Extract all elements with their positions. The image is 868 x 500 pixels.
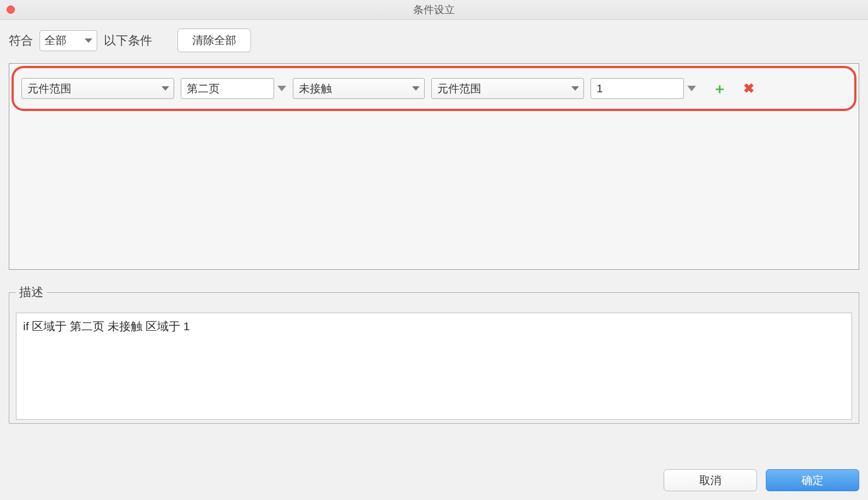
chevron-down-icon bbox=[571, 86, 579, 91]
window-title: 条件设立 bbox=[413, 3, 455, 17]
condition-field-2-input[interactable] bbox=[181, 78, 274, 99]
condition-field-4-value: 元件范围 bbox=[437, 81, 481, 96]
description-fieldset: 描述 if 区域于 第二页 未接触 区域于 1 bbox=[9, 284, 859, 424]
description-label: 描述 bbox=[16, 284, 47, 301]
clear-all-button[interactable]: 清除全部 bbox=[177, 29, 251, 52]
condition-field-2-combo bbox=[181, 78, 286, 99]
condition-row: 元件范围 未接触 元件范围 ＋ ✖ bbox=[12, 66, 856, 111]
ok-button[interactable]: 确定 bbox=[766, 469, 859, 491]
condition-field-1-dropdown[interactable]: 元件范围 bbox=[21, 78, 174, 99]
remove-condition-icon[interactable]: ✖ bbox=[743, 81, 754, 96]
add-condition-icon[interactable]: ＋ bbox=[713, 79, 727, 98]
match-label: 符合 bbox=[9, 32, 33, 49]
cancel-button[interactable]: 取消 bbox=[664, 469, 757, 491]
match-row: 符合 全部 以下条件 清除全部 bbox=[9, 29, 859, 52]
match-mode-dropdown[interactable]: 全部 bbox=[40, 30, 97, 51]
condition-field-3-value: 未接触 bbox=[299, 81, 332, 96]
match-suffix-label: 以下条件 bbox=[104, 32, 152, 49]
window-close-button[interactable] bbox=[7, 5, 15, 14]
chevron-down-icon bbox=[162, 86, 169, 91]
chevron-down-icon bbox=[85, 38, 92, 43]
footer: 取消 确定 bbox=[655, 460, 868, 500]
condition-field-5-combo bbox=[591, 78, 696, 99]
condition-field-4-dropdown[interactable]: 元件范围 bbox=[431, 78, 584, 99]
chevron-down-icon[interactable] bbox=[687, 86, 696, 91]
chevron-down-icon bbox=[412, 86, 420, 91]
conditions-panel: 元件范围 未接触 元件范围 ＋ ✖ bbox=[9, 63, 859, 270]
chevron-down-icon[interactable] bbox=[277, 86, 286, 91]
condition-field-3-dropdown[interactable]: 未接触 bbox=[293, 78, 425, 99]
titlebar: 条件设立 bbox=[0, 0, 868, 20]
match-mode-value: 全部 bbox=[44, 33, 66, 48]
condition-field-5-input[interactable] bbox=[591, 78, 684, 99]
condition-field-1-value: 元件范围 bbox=[27, 81, 71, 96]
content-area: 符合 全部 以下条件 清除全部 元件范围 未接触 元件范围 bbox=[0, 20, 868, 424]
description-text: if 区域于 第二页 未接触 区域于 1 bbox=[16, 313, 852, 420]
